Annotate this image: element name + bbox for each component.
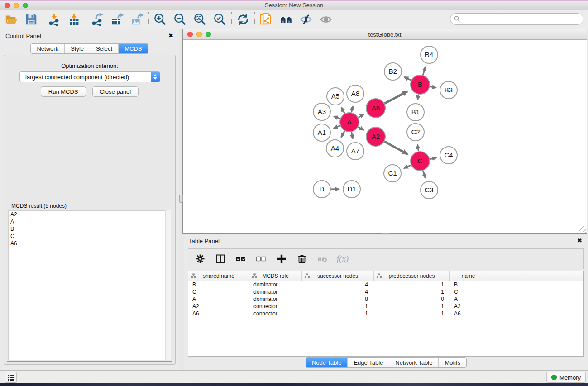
show-panel-icon[interactable] [319, 12, 333, 27]
result-item[interactable]: A2 [9, 211, 170, 218]
network-maximize-button[interactable] [206, 32, 211, 37]
vertical-splitter-handle[interactable] [179, 195, 183, 203]
zoom-fit-icon[interactable] [193, 12, 207, 27]
edge-C-C2[interactable] [417, 145, 418, 152]
deselect-all-icon[interactable] [255, 253, 268, 265]
column-header-predecessor-nodes[interactable]: predecessor nodes [374, 271, 450, 281]
tab-mcds[interactable]: MCDS [119, 44, 148, 53]
network-minimize-button[interactable] [196, 32, 202, 37]
graph-node-A7[interactable]: A7 [347, 143, 364, 160]
export-image-icon[interactable] [130, 12, 144, 27]
table-row[interactable]: Adominator80A [188, 295, 583, 303]
graph-node-A6[interactable]: A6 [366, 99, 385, 118]
edge-A-A6[interactable] [358, 114, 363, 118]
task-history-button[interactable] [5, 372, 17, 383]
home-icon[interactable] [279, 12, 293, 27]
graph-node-A3[interactable]: A3 [313, 103, 330, 120]
open-file-icon[interactable] [4, 12, 19, 27]
edge-A-A7[interactable] [351, 132, 353, 139]
graph-node-B4[interactable]: B4 [421, 46, 438, 63]
graph-node-C4[interactable]: C4 [440, 147, 457, 164]
close-window-button[interactable] [5, 3, 10, 8]
hide-panel-icon[interactable] [299, 12, 313, 27]
tab-network-table[interactable]: Network Table [389, 358, 439, 367]
refresh-icon[interactable] [236, 12, 250, 27]
result-item[interactable]: B [9, 225, 170, 233]
memory-button[interactable]: Memory [546, 372, 586, 383]
graph-node-B2[interactable]: B2 [384, 63, 402, 80]
add-column-icon[interactable] [275, 253, 288, 265]
result-item[interactable]: C [9, 233, 170, 240]
column-header-name[interactable]: name [450, 271, 487, 281]
column-header-successor-nodes[interactable]: successor nodes [302, 271, 374, 281]
export-network-icon[interactable] [90, 12, 105, 27]
table-row[interactable]: A2connector11A2 [188, 303, 583, 310]
maximize-window-button[interactable] [23, 3, 28, 8]
graph-node-C[interactable]: C [411, 152, 430, 171]
table-close-icon[interactable]: ✖ [577, 237, 582, 244]
graph-node-B3[interactable]: B3 [440, 81, 457, 99]
save-session-icon[interactable] [24, 12, 38, 27]
graph-node-B[interactable]: B [411, 75, 430, 94]
graph-node-C3[interactable]: C3 [421, 181, 438, 199]
edge-B-B3[interactable] [430, 86, 436, 88]
import-network-icon[interactable] [47, 12, 62, 27]
edge-C-C4[interactable] [430, 158, 436, 159]
network-from-file-icon[interactable] [259, 12, 273, 27]
edge-C-C3[interactable] [423, 171, 425, 178]
result-list-scrollbar[interactable] [165, 210, 171, 360]
edge-A2-C[interactable] [384, 142, 407, 154]
search-input[interactable] [450, 13, 583, 25]
criterion-dropdown[interactable]: largest connected component (directed) [19, 71, 160, 82]
show-columns-icon[interactable] [214, 253, 227, 265]
edge-A-A8[interactable] [351, 106, 353, 112]
result-item[interactable]: A [9, 218, 170, 225]
close-panel-button[interactable]: Close panel [92, 86, 139, 97]
network-close-button[interactable] [187, 32, 193, 37]
result-item[interactable]: A6 [9, 240, 170, 247]
export-table-icon[interactable] [110, 12, 124, 27]
mcds-result-list[interactable]: A2ABCA6 [8, 210, 171, 360]
tab-network[interactable]: Network [31, 44, 65, 53]
column-header-shared-name[interactable]: shared name [188, 271, 249, 281]
window-resize-grip[interactable] [579, 226, 586, 233]
edge-B-B1[interactable] [418, 95, 419, 100]
import-table-icon[interactable] [67, 12, 81, 27]
edge-A-A3[interactable] [334, 116, 340, 119]
tab-style[interactable]: Style [65, 44, 90, 53]
graph-node-A1[interactable]: A1 [313, 124, 330, 141]
graph-node-A8[interactable]: A8 [347, 85, 364, 102]
graph-node-B1[interactable]: B1 [407, 104, 424, 121]
graph-node-A[interactable]: A [340, 113, 359, 132]
graph-node-C1[interactable]: C1 [384, 165, 401, 182]
tab-select[interactable]: Select [90, 44, 119, 53]
column-header-MCDS-role[interactable]: MCDS role [249, 271, 302, 281]
graph-node-D1[interactable]: D1 [343, 181, 360, 198]
delete-column-icon[interactable] [296, 253, 308, 265]
zoom-selected-icon[interactable] [213, 12, 227, 27]
zoom-in-icon[interactable] [153, 12, 167, 27]
edge-A-A2[interactable] [358, 127, 363, 130]
close-panel-icon[interactable]: ✖ [168, 32, 173, 39]
tab-node-table[interactable]: Node Table [306, 358, 348, 367]
edge-B-B2[interactable] [404, 77, 411, 80]
tab-motifs[interactable]: Motifs [439, 358, 466, 367]
edge-A-A4[interactable] [341, 131, 345, 137]
graph-node-A2[interactable]: A2 [366, 127, 385, 146]
zoom-out-icon[interactable] [173, 12, 187, 27]
edge-A6-B[interactable] [384, 91, 407, 104]
graph-node-A5[interactable]: A5 [327, 88, 344, 105]
float-panel-icon[interactable] [160, 34, 164, 38]
select-all-icon[interactable] [234, 253, 247, 265]
table-row[interactable]: Cdominator41C [188, 288, 583, 295]
edge-A-A1[interactable] [334, 126, 340, 128]
graph-node-D[interactable]: D [313, 181, 330, 198]
minimize-window-button[interactable] [14, 3, 19, 8]
table-row[interactable]: Bdominator41B [188, 281, 583, 288]
edge-A-A5[interactable] [341, 108, 344, 114]
run-mcds-button[interactable]: Run MCDS [41, 86, 86, 97]
tab-edge-table[interactable]: Edge Table [348, 358, 389, 367]
network-canvas[interactable]: AA1A2A3A4A5A6A7A8BB1B2B3B4CC1C2C3C4DD1 [183, 40, 587, 233]
column-settings-icon[interactable] [194, 253, 206, 265]
table-row[interactable]: A6connector11A6 [188, 310, 583, 317]
